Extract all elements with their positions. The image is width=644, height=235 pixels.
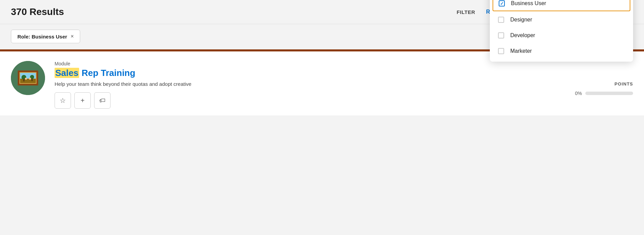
content-title: Sales Rep Training: [55, 68, 555, 78]
role-dropdown: Business Analyst Business User Designer …: [490, 0, 633, 62]
progress-bar-background: [585, 92, 633, 95]
star-button[interactable]: ☆: [55, 92, 71, 109]
progress-row: 0%: [575, 91, 633, 96]
label-designer: Designer: [510, 17, 532, 23]
filter-label: FILTER: [457, 9, 475, 15]
content-info: Module Sales Rep Training Help your team…: [55, 61, 555, 109]
svg-rect-4: [20, 79, 36, 83]
checkbox-marketer[interactable]: [498, 48, 504, 54]
avatar: [11, 61, 45, 95]
active-filter-label: Role: Business User: [17, 34, 67, 40]
dropdown-item-marketer[interactable]: Marketer: [490, 43, 633, 59]
svg-point-14: [29, 78, 31, 80]
content-type-label: Module: [55, 61, 555, 66]
active-filter-tag: Role: Business User ×: [11, 30, 80, 43]
svg-rect-11: [18, 70, 19, 85]
plus-icon: +: [80, 97, 85, 105]
add-button[interactable]: +: [74, 92, 91, 109]
dropdown-item-business-user[interactable]: Business User: [493, 0, 630, 11]
title-highlight: Sales: [55, 68, 79, 78]
tag-icon: 🏷: [99, 97, 105, 104]
star-icon: ☆: [60, 96, 66, 105]
svg-rect-7: [23, 79, 25, 81]
dropdown-item-designer[interactable]: Designer: [490, 12, 633, 28]
main-content: Business Analyst Business User Designer …: [0, 51, 644, 115]
label-developer: Developer: [510, 32, 535, 38]
label-marketer: Marketer: [510, 48, 532, 54]
label-business-user: Business User: [511, 0, 546, 6]
title-rest: Rep Training: [79, 68, 135, 78]
results-count: 370 Results: [11, 6, 64, 17]
content-description: Help your team think beyond their quotas…: [55, 81, 334, 87]
right-column: POINTS 0%: [565, 61, 633, 96]
svg-rect-10: [18, 84, 38, 85]
progress-percent: 0%: [575, 91, 582, 96]
svg-point-13: [25, 78, 27, 80]
remove-filter-button[interactable]: ×: [71, 33, 74, 40]
dropdown-item-developer[interactable]: Developer: [490, 28, 633, 43]
checkbox-business-user[interactable]: [499, 0, 505, 6]
svg-rect-8: [31, 79, 33, 81]
checkbox-developer[interactable]: [498, 32, 504, 38]
tag-button[interactable]: 🏷: [94, 92, 111, 109]
action-buttons: ☆ + 🏷: [55, 92, 555, 109]
svg-rect-9: [18, 70, 38, 72]
svg-rect-12: [36, 70, 38, 85]
checkbox-designer[interactable]: [498, 17, 504, 23]
points-label: POINTS: [615, 81, 633, 87]
